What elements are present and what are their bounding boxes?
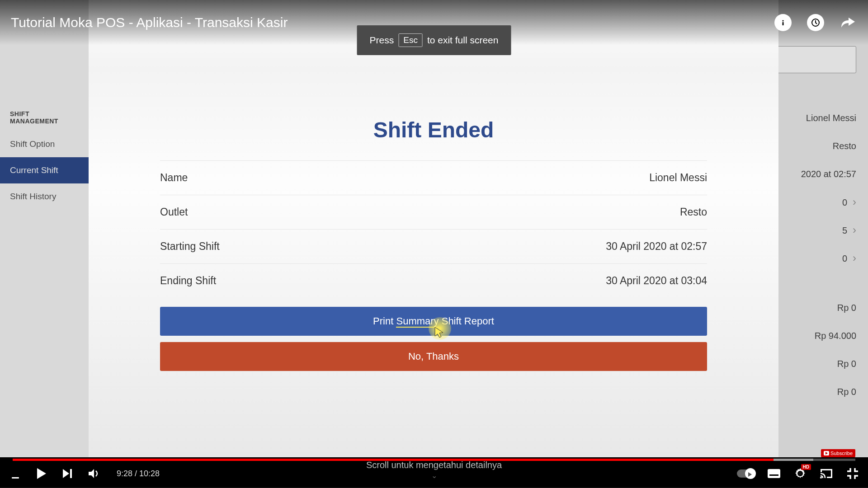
share-icon — [840, 16, 856, 29]
sidebar-item-shift-option: Shift Option — [0, 131, 89, 157]
video-title: Tutorial Moka POS - Aplikasi - Transaksi… — [11, 15, 288, 30]
next-icon — [62, 468, 74, 479]
svg-rect-6 — [769, 474, 778, 476]
no-thanks-button[interactable]: No, Thanks — [160, 342, 707, 371]
time-display: 9:28 / 10:28 — [117, 469, 160, 479]
toast-text-rest: to exit full screen — [427, 35, 499, 46]
modal-row-name: Name Lionel Messi — [160, 161, 707, 195]
play-icon — [36, 467, 47, 480]
sidebar: SHIFT MANAGEMENT Shift Option Current Sh… — [0, 0, 89, 457]
starting-value: 30 April 2020 at 02:57 — [606, 240, 707, 253]
clock-icon — [807, 14, 824, 31]
current-time: 9:28 — [117, 469, 132, 478]
bg-right-column: Lionel Messi Resto 2020 at 02:57 0 5 0 R… — [775, 104, 856, 406]
volume-button[interactable] — [87, 466, 101, 481]
captions-button[interactable] — [767, 466, 781, 481]
share-button[interactable] — [839, 14, 857, 32]
exit-fullscreen-toast: Press Esc to exit full screen — [357, 25, 511, 55]
youtube-icon — [824, 451, 829, 455]
info-icon — [774, 14, 792, 31]
sidebar-header: SHIFT MANAGEMENT — [0, 104, 89, 131]
next-button[interactable] — [61, 466, 75, 481]
toast-text-press: Press — [370, 35, 394, 46]
bg-row-0: 0 — [775, 188, 856, 216]
bg-row-5: 5 — [775, 216, 856, 244]
bg-rp94: Rp 94.000 — [775, 322, 856, 350]
captions-icon — [767, 469, 781, 479]
outlet-label: Outlet — [160, 206, 188, 218]
svg-point-7 — [798, 472, 802, 475]
autoplay-toggle[interactable] — [737, 469, 755, 478]
bg-rp0a: Rp 0 — [775, 294, 856, 322]
print-label-pre: Print — [373, 315, 396, 327]
settings-button[interactable]: HD — [793, 466, 807, 481]
modal-title: Shift Ended — [160, 117, 707, 161]
cast-icon — [820, 468, 833, 479]
modal-row-starting: Starting Shift 30 April 2020 at 02:57 — [160, 230, 707, 264]
modal-row-ending: Ending Shift 30 April 2020 at 03:04 — [160, 264, 707, 298]
outlet-value: Resto — [680, 206, 707, 218]
exit-fullscreen-icon — [846, 467, 859, 480]
ending-label: Ending Shift — [160, 275, 216, 287]
play-button[interactable] — [34, 466, 49, 481]
name-label: Name — [160, 172, 188, 184]
subscribe-label: Subscribe — [830, 450, 853, 456]
hd-badge: HD — [801, 464, 811, 470]
subscribe-badge[interactable]: Subscribe — [821, 449, 855, 457]
total-time: 10:28 — [139, 469, 160, 478]
autoplay-play-icon — [745, 470, 754, 479]
name-value: Lionel Messi — [649, 172, 707, 184]
bg-name: Lionel Messi — [775, 104, 856, 132]
exit-fullscreen-button[interactable] — [845, 466, 860, 481]
svg-point-8 — [820, 477, 822, 479]
ending-value: 30 April 2020 at 03:04 — [606, 275, 707, 287]
starting-label: Starting Shift — [160, 240, 220, 253]
cast-button[interactable] — [819, 466, 834, 481]
bg-input — [775, 46, 856, 73]
info-button[interactable] — [774, 14, 792, 32]
chapters-button[interactable] — [8, 468, 23, 479]
volume-icon — [88, 468, 100, 479]
svg-rect-1 — [783, 22, 784, 25]
bg-rp0c: Rp 0 — [775, 378, 856, 406]
bg-time: 2020 at 02:57 — [775, 160, 856, 188]
sidebar-item-current-shift: Current Shift — [0, 157, 89, 183]
bg-row-0b: 0 — [775, 244, 856, 272]
svg-rect-5 — [768, 469, 780, 478]
esc-key-icon: Esc — [398, 33, 423, 47]
bg-rp0b: Rp 0 — [775, 350, 856, 378]
player-controls: 9:28 / 10:28 HD — [0, 460, 868, 487]
sidebar-item-shift-history: Shift History — [0, 183, 89, 210]
bg-outlet: Resto — [775, 132, 856, 160]
svg-rect-4 — [70, 469, 72, 478]
shift-ended-modal: Shift Ended Name Lionel Messi Outlet Res… — [89, 0, 778, 457]
modal-row-outlet: Outlet Resto — [160, 195, 707, 230]
svg-point-0 — [782, 20, 783, 21]
watch-later-button[interactable] — [807, 14, 825, 32]
cursor-icon — [434, 326, 444, 341]
